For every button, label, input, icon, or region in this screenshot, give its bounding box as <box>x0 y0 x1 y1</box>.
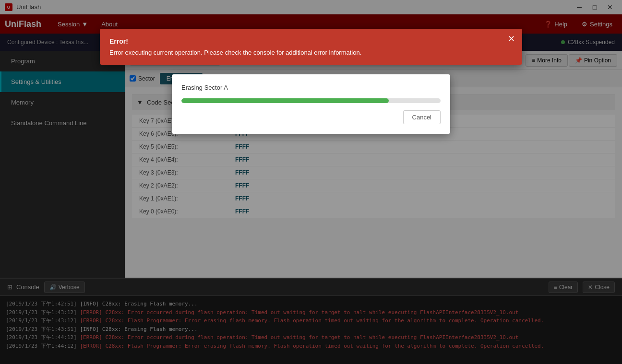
progress-bar-background <box>181 98 441 103</box>
error-banner: Error! Error executing current operation… <box>100 29 522 65</box>
error-message: Error executing current operation. Pleas… <box>109 49 513 56</box>
progress-footer: Cancel <box>181 110 441 124</box>
cancel-button[interactable]: Cancel <box>403 110 441 124</box>
progress-title: Erasing Sector A <box>181 84 441 91</box>
error-overlay: Error! Error executing current operation… <box>0 0 622 364</box>
error-close-button[interactable]: ✕ <box>508 35 515 43</box>
error-title: Error! <box>109 37 513 45</box>
progress-bar-fill <box>181 98 389 103</box>
progress-dialog: Erasing Sector A Cancel <box>172 74 450 134</box>
